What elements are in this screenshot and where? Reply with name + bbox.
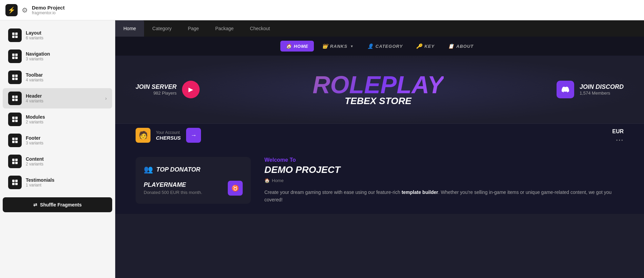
nav-dropdown-${item.id}: ▼ (350, 44, 354, 48)
sidebar-variants-header: 4 variants (26, 99, 43, 103)
sidebar-item-navigation[interactable]: Navigation 3 variants (3, 46, 112, 66)
nav-label-ranks: RANKS (330, 44, 347, 49)
svg-rect-20 (12, 138, 15, 140)
sidebar-icon-toolbar (8, 71, 22, 84)
store-preview: 🏠 HOME 👑 RANKS ▼ 👤 CATEGORY 🔑 KEY 📋 ABOU… (115, 37, 644, 278)
svg-rect-6 (12, 57, 15, 59)
svg-rect-9 (15, 75, 18, 77)
breadcrumb-text: Home (272, 178, 284, 183)
nav-label-category: CATEGORY (376, 44, 403, 49)
shuffle-icon: ⇄ (33, 202, 37, 207)
sidebar-label-layout: Layout (26, 30, 43, 36)
sidebar-variants-footer: 3 variants (26, 141, 43, 145)
sidebar-text-testimonials: Testimonials 1 variant (26, 177, 55, 187)
svg-rect-26 (12, 162, 15, 164)
tab-bar: HomeCategoryPagePackageCheckout (115, 20, 644, 37)
svg-rect-4 (12, 54, 15, 56)
tab-page[interactable]: Page (180, 20, 207, 37)
welcome-to-label: Welcome To (264, 157, 624, 163)
svg-rect-28 (12, 180, 15, 182)
sidebar-item-content[interactable]: Content 2 variants (3, 151, 112, 172)
store-nav: 🏠 HOME 👑 RANKS ▼ 👤 CATEGORY 🔑 KEY 📋 ABOU… (115, 37, 644, 56)
nav-icon-home: 🏠 (286, 43, 292, 49)
sidebar-text-layout: Layout 6 variants (26, 30, 43, 40)
nav-item-ranks[interactable]: 👑 RANKS ▼ (317, 41, 359, 52)
sidebar-item-header[interactable]: Header 4 variants › (3, 88, 112, 108)
tab-checkout[interactable]: Checkout (242, 20, 278, 37)
svg-rect-1 (15, 33, 18, 35)
nav-item-key[interactable]: 🔑 KEY (411, 41, 440, 52)
discord-title: JOIN DISCORD (580, 83, 624, 91)
avatar: 🧑 (136, 128, 150, 143)
nav-item-about[interactable]: 📋 ABOUT (443, 41, 479, 52)
discord-info: JOIN DISCORD 1,574 Members (580, 83, 624, 96)
sidebar-label-toolbar: Toolbar (26, 72, 43, 78)
donator-amount: Donated 500 EUR this month. (144, 190, 202, 195)
store-logo: ROLEPLAY TEBEX STORE (313, 73, 444, 106)
sidebar-item-footer[interactable]: Footer 3 variants (3, 130, 112, 151)
svg-rect-23 (15, 141, 18, 143)
svg-rect-24 (12, 159, 15, 161)
sidebar-item-toolbar[interactable]: Toolbar 4 variants (3, 67, 112, 87)
top-donator-title: TOP DONATOR (156, 166, 200, 173)
svg-rect-13 (15, 96, 18, 98)
sidebar-arrow: › (105, 96, 107, 101)
account-button[interactable]: → (186, 128, 201, 143)
welcome-title: DEMO PROJECT (264, 164, 624, 175)
donator-icon-button[interactable]: ♉ (228, 181, 243, 196)
svg-rect-27 (15, 162, 18, 164)
svg-rect-14 (12, 99, 15, 101)
join-server-info: JOIN SERVER 982 Players (136, 83, 177, 96)
sidebar-label-footer: Footer (26, 135, 43, 141)
sidebar: Layout 6 variants Navigation 3 variants (0, 20, 115, 278)
account-info: Your Account CHERSUS (156, 130, 181, 141)
tab-category[interactable]: Category (144, 20, 180, 37)
svg-rect-11 (15, 78, 18, 80)
gear-icon[interactable]: ⚙ (22, 6, 28, 14)
breadcrumb: 🏠 Home (264, 178, 624, 183)
sidebar-item-layout[interactable]: Layout 6 variants (3, 25, 112, 45)
account-name: CHERSUS (156, 135, 181, 141)
desc-highlight: template builder (402, 190, 438, 195)
sidebar-label-header: Header (26, 93, 43, 99)
sidebar-icon-modules (8, 113, 22, 126)
nav-icon-about: 📋 (448, 43, 454, 49)
sidebar-text-toolbar: Toolbar 4 variants (26, 72, 43, 82)
hero-section: JOIN SERVER 982 Players ▶ ROLEPLAY TEBEX… (115, 56, 644, 123)
top-donator-header: 👥 TOP DONATOR (144, 165, 243, 174)
svg-rect-29 (15, 180, 18, 182)
sidebar-variants-layout: 6 variants (26, 36, 43, 40)
nav-icon-ranks: 👑 (322, 43, 328, 49)
play-button[interactable]: ▶ (182, 81, 200, 98)
svg-rect-16 (12, 117, 15, 119)
nav-icon-key: 🔑 (416, 43, 422, 49)
sidebar-variants-content: 2 variants (26, 162, 44, 166)
nav-icon-category: 👤 (367, 43, 374, 49)
project-info: Demo Project fragmentor.io (32, 5, 65, 15)
shuffle-fragments-button[interactable]: ⇄ Shuffle Fragments (3, 197, 112, 212)
tab-home[interactable]: Home (115, 20, 144, 37)
sidebar-label-modules: Modules (26, 114, 45, 120)
donator-card: PLAYERNAME Donated 500 EUR this month. ♉ (144, 181, 243, 196)
discord-button[interactable] (557, 81, 574, 98)
welcome-description: Create your dream gaming store with ease… (264, 188, 624, 204)
join-server-count: 982 Players (136, 91, 177, 96)
svg-rect-10 (12, 78, 15, 80)
sidebar-text-modules: Modules 2 variants (26, 114, 45, 124)
sidebar-label-navigation: Navigation (26, 51, 50, 57)
project-domain: fragmentor.io (32, 11, 65, 15)
svg-rect-2 (12, 36, 15, 38)
sidebar-variants-navigation: 3 variants (26, 57, 50, 61)
discord-count: 1,574 Members (580, 91, 624, 96)
nav-item-home[interactable]: 🏠 HOME (280, 41, 314, 52)
svg-rect-8 (12, 75, 15, 77)
welcome-section: Welcome To DEMO PROJECT 🏠 Home Create yo… (264, 157, 624, 204)
svg-rect-0 (12, 33, 15, 35)
nav-item-category[interactable]: 👤 CATEGORY (362, 41, 408, 52)
sidebar-item-testimonials[interactable]: Testimonials 1 variant (3, 172, 112, 193)
nav-label-key: KEY (424, 44, 435, 49)
svg-rect-22 (12, 141, 15, 143)
tab-package[interactable]: Package (207, 20, 242, 37)
sidebar-icon-layout (8, 28, 22, 42)
sidebar-item-modules[interactable]: Modules 2 variants (3, 109, 112, 130)
